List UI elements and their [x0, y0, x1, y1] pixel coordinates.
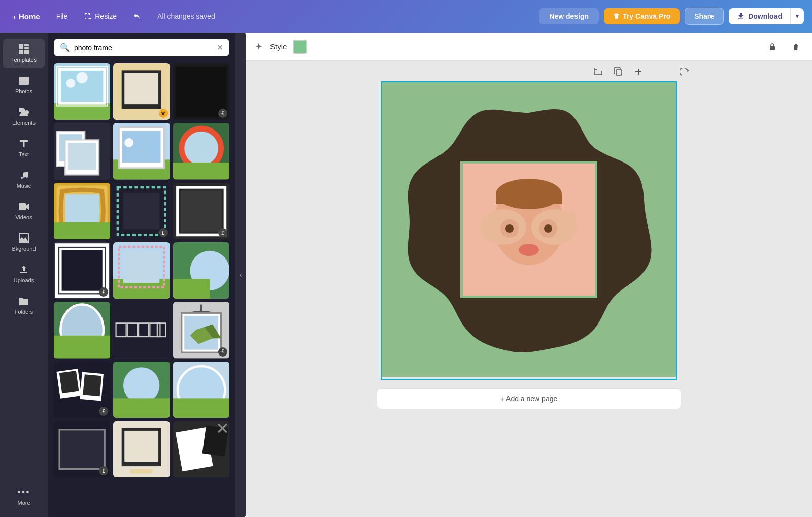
list-item[interactable]: [54, 63, 110, 120]
list-item[interactable]: [173, 421, 229, 477]
style-color-swatch[interactable]: [293, 40, 307, 54]
sidebar-item-templates[interactable]: Templates: [3, 39, 45, 68]
list-item[interactable]: [173, 242, 229, 299]
sidebar-item-photos[interactable]: Photos: [3, 70, 45, 100]
templates-label: Templates: [11, 57, 37, 63]
svg-point-117: [544, 224, 552, 233]
svg-rect-64: [54, 336, 110, 359]
search-input[interactable]: [74, 44, 213, 52]
topbar: ‹ Home File Resize All changes saved New…: [0, 0, 812, 33]
sidebar-item-music[interactable]: Music: [3, 165, 45, 194]
crop-button[interactable]: [590, 63, 606, 80]
clear-search-icon[interactable]: ✕: [217, 43, 223, 52]
duplicate-button[interactable]: [610, 63, 626, 80]
list-item[interactable]: ♛: [113, 63, 170, 120]
style-toolbar-left: Style: [254, 40, 307, 54]
canvas-content: + Add a new page: [246, 61, 812, 517]
svg-rect-29: [68, 143, 96, 170]
list-item[interactable]: [173, 362, 229, 418]
videos-label: Videos: [15, 214, 32, 220]
svg-rect-105: [616, 70, 622, 75]
try-pro-button[interactable]: ♛ Try Canva Pro: [604, 8, 680, 24]
file-button[interactable]: File: [51, 9, 73, 23]
svg-rect-23: [130, 112, 153, 116]
svg-point-118: [519, 244, 539, 256]
list-item[interactable]: [54, 123, 110, 179]
download-icon: [737, 12, 745, 20]
sidebar-item-text[interactable]: Text: [3, 133, 45, 163]
folders-label: Folders: [15, 309, 33, 315]
svg-point-6: [21, 79, 24, 81]
list-item[interactable]: [113, 242, 170, 299]
topbar-right: New design ♛ Try Canva Pro Share Downloa…: [539, 8, 804, 25]
trash-icon: [791, 42, 800, 51]
add-button[interactable]: [630, 63, 647, 80]
sidebar-item-more[interactable]: ••• More: [3, 482, 45, 511]
svg-rect-60: [173, 279, 210, 299]
svg-rect-3: [19, 50, 23, 54]
list-item[interactable]: £: [54, 362, 110, 418]
canvas-design[interactable]: [381, 81, 677, 380]
hide-panel-button[interactable]: ‹: [235, 33, 246, 517]
saved-status: All changes saved: [157, 12, 215, 20]
svg-point-34: [125, 138, 134, 147]
add-page-button[interactable]: + Add a new page: [377, 388, 681, 409]
crop-icon: [593, 67, 603, 77]
download-dropdown-button[interactable]: ▾: [790, 8, 804, 24]
home-button[interactable]: ‹ Home: [8, 9, 45, 24]
add-icon: [633, 67, 644, 77]
list-item[interactable]: [113, 421, 170, 477]
canvas-area: Style: [246, 33, 812, 517]
style-toolbar: Style: [246, 33, 812, 61]
undo-button[interactable]: [128, 9, 147, 24]
sidebar-item-uploads[interactable]: Uploads: [3, 259, 45, 288]
pro-badge: ♛: [159, 109, 168, 118]
sidebar-item-background[interactable]: Bkground: [3, 228, 45, 257]
new-design-button[interactable]: New design: [539, 8, 599, 24]
share-button[interactable]: Share: [685, 8, 724, 25]
resize-button[interactable]: Resize: [79, 9, 122, 23]
svg-point-85: [126, 369, 157, 401]
list-item[interactable]: £: [54, 421, 110, 477]
list-item[interactable]: £: [173, 183, 229, 239]
svg-rect-56: [123, 251, 159, 283]
list-item[interactable]: [54, 302, 110, 358]
sidebar-item-elements[interactable]: Elements: [3, 102, 45, 131]
svg-point-116: [505, 224, 514, 233]
svg-rect-119: [486, 214, 492, 229]
download-button[interactable]: Download: [729, 8, 790, 24]
photos-icon: [18, 75, 29, 86]
main-layout: Templates Photos Elements Text Music Vid…: [0, 33, 812, 517]
delete-button[interactable]: [788, 39, 804, 55]
svg-point-37: [184, 132, 218, 166]
undo-icon: [133, 12, 142, 21]
search-panel: 🔍 ✕: [48, 33, 235, 517]
list-item[interactable]: £: [54, 242, 110, 299]
text-icon: [18, 138, 29, 149]
chevron-left-icon: ‹: [13, 12, 16, 21]
list-item[interactable]: [113, 123, 170, 179]
list-item[interactable]: [113, 362, 170, 418]
canvas-svg: [382, 82, 676, 377]
list-item[interactable]: £: [113, 183, 170, 239]
list-item[interactable]: £: [173, 63, 229, 120]
svg-rect-86: [113, 398, 170, 418]
topbar-left: ‹ Home File Resize All changes saved: [8, 9, 533, 24]
svg-marker-13: [26, 203, 29, 210]
sidebar-icons: Templates Photos Elements Text Music Vid…: [0, 33, 48, 517]
svg-rect-65: [113, 302, 170, 358]
list-item[interactable]: [173, 123, 229, 179]
lock-button[interactable]: [764, 39, 781, 55]
paid-badge: £: [218, 228, 227, 237]
frame-grid: ♛ £: [54, 63, 229, 477]
list-item[interactable]: [113, 302, 170, 358]
rotate-handle[interactable]: [678, 66, 692, 80]
sidebar-item-videos[interactable]: Videos: [3, 196, 45, 225]
svg-rect-38: [173, 163, 229, 179]
sidebar-item-folders[interactable]: Folders: [3, 290, 45, 320]
list-item[interactable]: [54, 183, 110, 239]
svg-rect-25: [176, 67, 226, 117]
svg-rect-50: [59, 248, 105, 293]
svg-point-11: [26, 176, 28, 178]
list-item[interactable]: £: [173, 302, 229, 358]
